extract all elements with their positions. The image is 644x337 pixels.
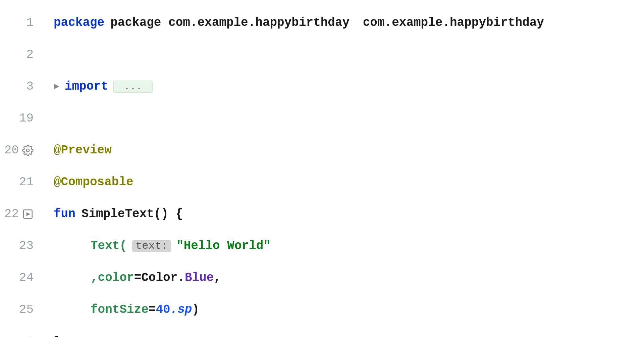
code-line-24: 24 , color = Color . Blue , (0, 262, 644, 294)
code-line-2: 2 (0, 39, 644, 70)
svg-marker-2 (26, 212, 30, 216)
line-number-20: 20 (0, 144, 44, 156)
text-param-label: text: (132, 240, 171, 252)
line-3-content: ▶ import ... (44, 81, 644, 93)
line-number-26: 26 (0, 336, 44, 337)
line-24-content: , color = Color . Blue , (44, 272, 644, 284)
composable-annotation: @Composable (54, 176, 133, 188)
color-trailing-comma: , (214, 272, 221, 284)
text-composable: Text( (91, 240, 127, 252)
code-line-26: 26 } (0, 326, 644, 337)
svg-point-0 (26, 149, 30, 152)
line-20-content: @Preview (44, 144, 644, 156)
code-line-20: 20 @Preview (0, 134, 644, 166)
code-line-19: 19 (0, 102, 644, 134)
color-keyword: color (98, 272, 134, 284)
fun-name: SimpleText (82, 208, 154, 220)
line-number-1: 1 (0, 17, 44, 29)
code-line-3: 3 ▶ import ... (0, 70, 644, 102)
line-number-25: 25 (0, 304, 44, 316)
color-class: Color (141, 272, 177, 284)
color-equals: = (134, 272, 142, 284)
import-keyword: import (65, 81, 108, 93)
line-number-3: 3 (0, 81, 44, 93)
line-25-content: fontSize = 40 .sp ) (44, 304, 644, 316)
code-editor: 1 package package com.example.happybirth… (0, 0, 644, 337)
color-comma: , (91, 272, 98, 284)
code-line-23: 23 Text( text: "Hello World" (0, 230, 644, 262)
line-number-24: 24 (0, 272, 44, 284)
line-26-content: } (44, 336, 644, 337)
line-21-content: @Composable (44, 176, 644, 188)
color-dot: . (177, 272, 185, 284)
line-number-22: 22 (0, 208, 44, 220)
text-param-value: "Hello World" (176, 240, 271, 252)
line-number-2: 2 (0, 49, 44, 61)
package-name-text: com.example.happybirthday (356, 17, 544, 29)
fontsize-number: 40 (156, 304, 170, 316)
fun-keyword: fun (54, 208, 75, 220)
import-ellipsis[interactable]: ... (113, 81, 152, 93)
line-number-21: 21 (0, 176, 44, 188)
fontsize-equals: = (149, 304, 156, 316)
code-line-25: 25 fontSize = 40 .sp ) (0, 294, 644, 326)
closing-brace: } (54, 336, 61, 337)
line-23-content: Text( text: "Hello World" (44, 240, 644, 252)
fontsize-keyword: fontSize (91, 304, 149, 316)
gear-icon[interactable] (22, 145, 34, 156)
line-number-19: 19 (0, 112, 44, 125)
fontsize-unit: .sp (170, 304, 192, 316)
preview-annotation: @Preview (54, 144, 112, 156)
line-1-content: package package com.example.happybirthda… (44, 17, 644, 29)
fontsize-closing-paren: ) (192, 304, 199, 316)
package-keyword: package (54, 17, 104, 29)
fun-parens: () { (154, 208, 183, 220)
color-value: Blue (185, 272, 214, 284)
line-number-23: 23 (0, 240, 44, 252)
run-icon[interactable] (22, 208, 34, 220)
code-line-21: 21 @Composable (0, 166, 644, 198)
code-line-22: 22 fun SimpleText () { (0, 198, 644, 230)
package-name: package com.example.happybirthday (110, 17, 350, 29)
line-22-content: fun SimpleText () { (44, 208, 644, 220)
code-line-1: 1 package package com.example.happybirth… (0, 7, 644, 39)
fold-arrow-icon[interactable]: ▶ (54, 82, 59, 91)
